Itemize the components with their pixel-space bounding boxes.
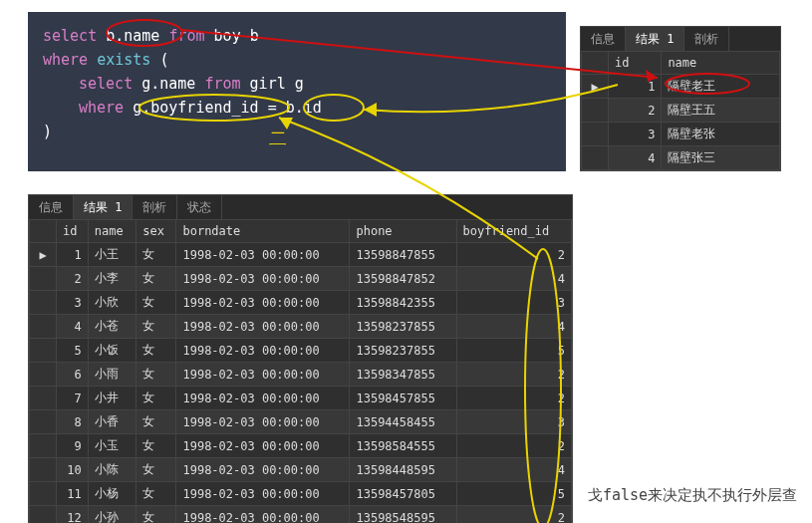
cell[interactable]: 13598457855 [350,387,456,410]
col-name[interactable]: name [88,220,136,243]
cell[interactable]: 13598548595 [350,506,456,524]
cell[interactable]: 4 [456,267,571,291]
cell[interactable]: 女 [136,243,176,267]
cell[interactable]: 1998-02-03 00:00:00 [176,410,350,434]
cell[interactable]: 女 [136,387,176,410]
cell[interactable]: 女 [136,339,176,363]
tab-result1[interactable]: 结果 1 [74,195,133,219]
col-id[interactable]: id [609,52,662,75]
table-row[interactable]: 7小井女1998-02-03 00:00:00135984578552 [30,387,572,410]
cell[interactable]: 1998-02-03 00:00:00 [176,482,350,506]
cell[interactable]: 8 [57,410,89,434]
table-row[interactable]: 5小饭女1998-02-03 00:00:00135982378555 [30,339,572,363]
cell[interactable]: 13598457805 [350,482,456,506]
table-row[interactable]: 12小孙女1998-02-03 00:00:00135985485952 [30,506,572,524]
table-row[interactable]: 2小李女1998-02-03 00:00:00135988478524 [30,267,572,291]
table-row[interactable]: ▶1隔壁老王 [582,75,780,99]
col-id[interactable]: id [57,220,89,243]
table-row[interactable]: 2隔壁王五 [582,99,780,123]
cell[interactable]: 女 [136,363,176,387]
tab-info[interactable]: 信息 [581,27,626,51]
cell[interactable]: 3 [456,410,571,434]
table-row[interactable]: 3小欣女1998-02-03 00:00:00135988423553 [30,291,572,315]
cell[interactable]: 1998-02-03 00:00:00 [176,458,350,482]
table-row[interactable]: 4隔壁张三 [582,146,780,170]
cell[interactable]: 小香 [88,410,136,434]
cell[interactable]: 5 [57,339,89,363]
cell[interactable]: 女 [136,434,176,458]
boy-table[interactable]: id name ▶1隔壁老王 2隔壁王五 3隔壁老张 4隔壁张三 [581,51,780,170]
cell[interactable]: 1998-02-03 00:00:00 [176,291,350,315]
col-sex[interactable]: sex [136,220,176,243]
cell[interactable]: 小孙 [88,506,136,524]
cell[interactable]: 13598584555 [350,434,456,458]
cell-name[interactable]: 隔壁老王 [662,75,780,99]
col-name[interactable]: name [662,52,780,75]
cell[interactable]: 13598237855 [350,339,456,363]
table-row[interactable]: 3隔壁老张 [582,123,780,146]
col-borndate[interactable]: borndate [176,220,350,243]
cell-id[interactable]: 2 [609,99,662,123]
cell[interactable]: 2 [57,267,89,291]
cell[interactable]: 13598847855 [350,243,456,267]
cell[interactable]: 小玉 [88,434,136,458]
table-row[interactable]: 8小香女1998-02-03 00:00:00135944584553 [30,410,572,434]
cell[interactable]: 2 [456,363,571,387]
cell-id[interactable]: 3 [609,123,662,146]
cell[interactable]: 4 [456,315,571,339]
sql-editor[interactable]: select b.name from boy b where exists ( … [28,12,566,171]
cell[interactable]: 10 [57,458,89,482]
cell[interactable]: 小饭 [88,339,136,363]
cell[interactable]: 小欣 [88,291,136,315]
table-row[interactable]: 6小雨女1998-02-03 00:00:00135983478552 [30,363,572,387]
col-boyfriendid[interactable]: boyfriend_id [456,220,571,243]
cell[interactable]: 7 [57,387,89,410]
cell[interactable]: 小杨 [88,482,136,506]
col-phone[interactable]: phone [350,220,456,243]
cell[interactable]: 1998-02-03 00:00:00 [176,387,350,410]
cell[interactable]: 小雨 [88,363,136,387]
cell[interactable]: 1998-02-03 00:00:00 [176,243,350,267]
cell[interactable]: 2 [456,434,571,458]
cell[interactable]: 女 [136,267,176,291]
cell[interactable]: 女 [136,410,176,434]
cell[interactable]: 1998-02-03 00:00:00 [176,506,350,524]
cell[interactable]: 13598842355 [350,291,456,315]
cell[interactable]: 女 [136,315,176,339]
cell-name[interactable]: 隔壁王五 [662,99,780,123]
tab-profile[interactable]: 剖析 [133,195,177,219]
cell[interactable]: 1 [57,243,89,267]
cell[interactable]: 4 [456,458,571,482]
cell[interactable]: 13598347855 [350,363,456,387]
cell[interactable]: 女 [136,506,176,524]
cell[interactable]: 13598847852 [350,267,456,291]
cell[interactable]: 女 [136,458,176,482]
table-row[interactable]: ▶1小王女1998-02-03 00:00:00135988478552 [30,243,572,267]
tab-info[interactable]: 信息 [29,195,74,219]
cell-id[interactable]: 1 [609,75,662,99]
cell[interactable]: 2 [456,387,571,410]
tab-result1[interactable]: 结果 1 [626,27,684,51]
cell[interactable]: 1998-02-03 00:00:00 [176,267,350,291]
cell[interactable]: 3 [57,291,89,315]
cell[interactable]: 女 [136,482,176,506]
cell-id[interactable]: 4 [609,146,662,170]
cell[interactable]: 13598237855 [350,315,456,339]
cell[interactable]: 2 [456,243,571,267]
tab-status[interactable]: 状态 [177,195,222,219]
cell[interactable]: 小王 [88,243,136,267]
table-row[interactable]: 11小杨女1998-02-03 00:00:00135984578055 [30,482,572,506]
cell[interactable]: 小李 [88,267,136,291]
table-row[interactable]: 9小玉女1998-02-03 00:00:00135985845552 [30,434,572,458]
cell[interactable]: 5 [456,482,571,506]
cell[interactable]: 5 [456,339,571,363]
girl-table[interactable]: id name sex borndate phone boyfriend_id … [29,219,572,523]
cell-name[interactable]: 隔壁老张 [662,123,780,146]
cell[interactable]: 13598448595 [350,458,456,482]
cell[interactable]: 11 [57,482,89,506]
table-row[interactable]: 4小苍女1998-02-03 00:00:00135982378554 [30,315,572,339]
cell-name[interactable]: 隔壁张三 [662,146,780,170]
cell[interactable]: 1998-02-03 00:00:00 [176,315,350,339]
cell[interactable]: 小陈 [88,458,136,482]
cell[interactable]: 6 [57,363,89,387]
